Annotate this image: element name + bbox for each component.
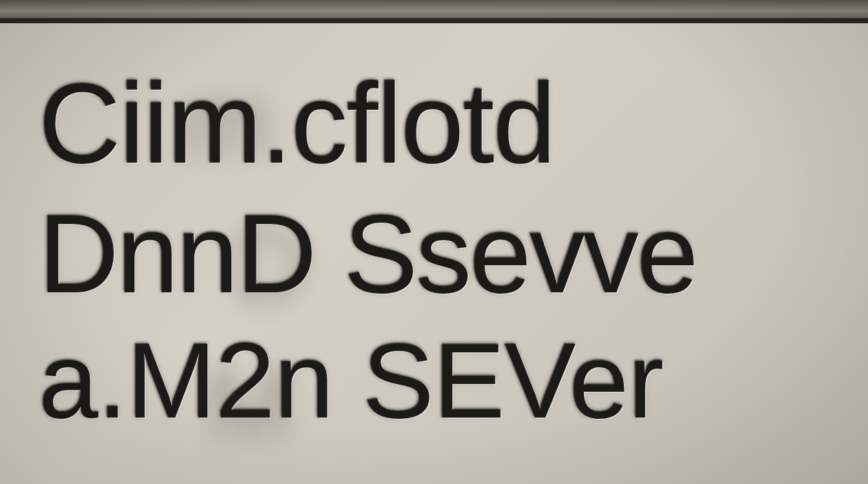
top-frame-rail [0, 0, 868, 18]
engraved-text-line-2: DnnD Ssevve [39, 198, 836, 309]
engraved-text-line-3: a.M2n SEVer [39, 327, 836, 434]
engraved-text-line-1: Ciim.cflotd [39, 66, 836, 180]
engraved-panel: m D M Ciim.cflotd DnnD Ssevve a.M2n SEVe… [0, 23, 868, 484]
